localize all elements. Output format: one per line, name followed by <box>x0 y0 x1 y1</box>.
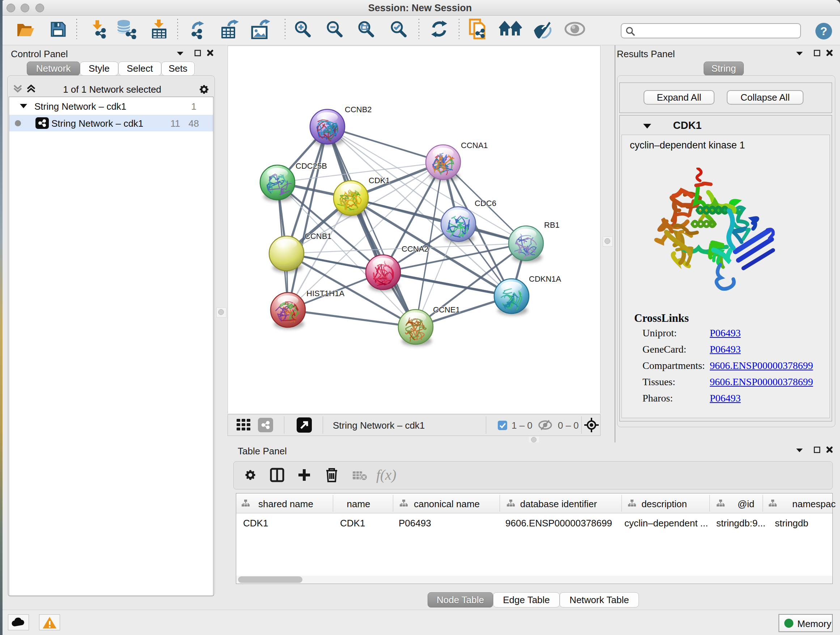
svg-text:CCNB1: CCNB1 <box>305 232 332 241</box>
svg-text:CDC25B: CDC25B <box>295 162 327 171</box>
svg-text:CCNE1: CCNE1 <box>433 305 460 314</box>
svg-text:CDK1: CDK1 <box>369 176 390 185</box>
svg-text:CDC6: CDC6 <box>475 199 496 208</box>
svg-text:RB1: RB1 <box>544 220 560 230</box>
svg-text:CCNA1: CCNA1 <box>461 141 488 150</box>
svg-text:CCNA2: CCNA2 <box>401 244 429 253</box>
svg-text:HIST1H1A: HIST1H1A <box>306 289 344 298</box>
svg-text:CDKN1A: CDKN1A <box>529 274 561 283</box>
svg-text:CCNB2: CCNB2 <box>345 105 372 114</box>
